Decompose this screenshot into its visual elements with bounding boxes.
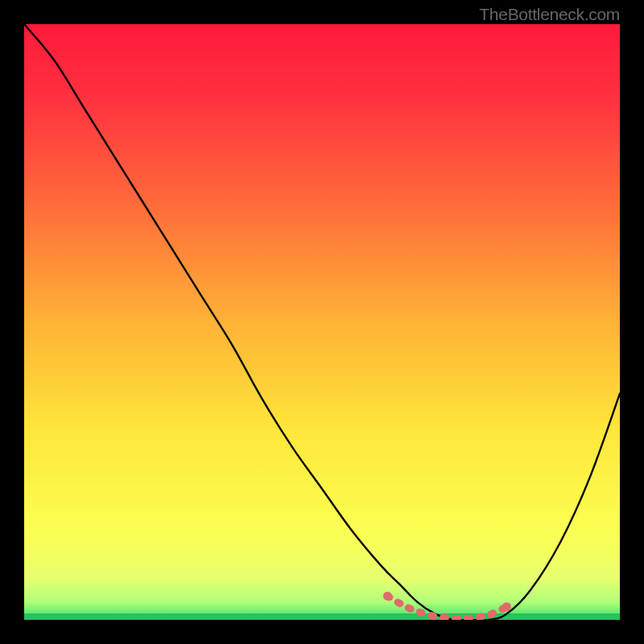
green-baseline (24, 613, 620, 620)
svg-rect-1 (24, 613, 620, 620)
chart-container: TheBottleneck.com (0, 0, 644, 644)
svg-point-3 (502, 602, 511, 611)
bottleneck-curve (24, 24, 620, 620)
svg-point-2 (383, 592, 392, 601)
watermark-text: TheBottleneck.com (479, 5, 620, 24)
plot-area (24, 24, 620, 620)
chart-svg (24, 24, 620, 620)
